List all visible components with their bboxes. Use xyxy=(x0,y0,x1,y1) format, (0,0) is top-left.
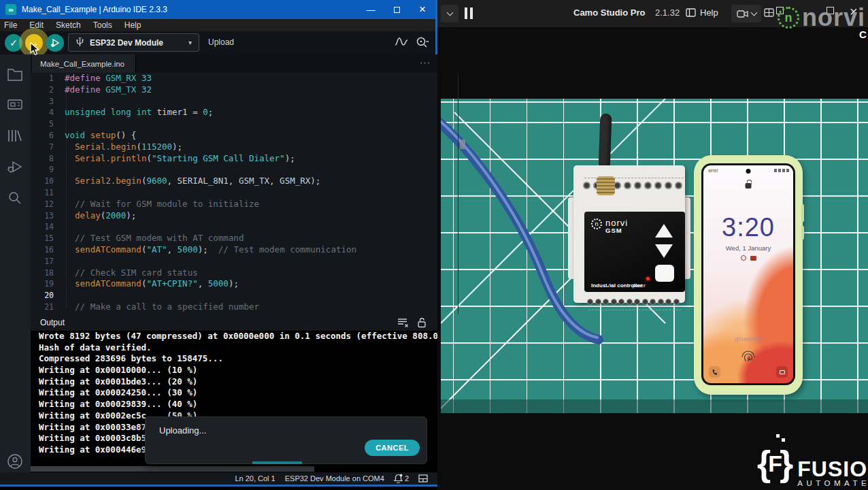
code-line: 10 Serial2.begin(9600, SERIAL_8N1, GSM_T… xyxy=(31,176,437,187)
sidebar-icon xyxy=(686,8,696,17)
verify-button[interactable]: ✓ xyxy=(5,34,22,52)
usb-icon xyxy=(76,37,84,48)
code-line: 12 // Wait for GSM module to initialize xyxy=(31,199,437,210)
toggle-panel-button[interactable] xyxy=(418,474,428,483)
layout-grid-button[interactable] xyxy=(764,8,774,17)
device-up-button xyxy=(655,224,673,238)
arduino-ide-window: ∞ Make_Call_Example | Arduino IDE 2.3.3 … xyxy=(0,0,437,487)
editor-scrollbar-thumb[interactable] xyxy=(460,140,465,149)
norvi-watermark: n norvi xyxy=(778,7,865,29)
output-panel-header: Output xyxy=(31,314,437,331)
norvi-gear-icon: n xyxy=(778,7,799,29)
owner-info: (0714247175) xyxy=(703,337,793,342)
device-norvi-logo: n norvi GSM xyxy=(591,218,628,234)
antenna-sma-connector xyxy=(597,176,615,195)
screen: ∞ Make_Call_Example | Arduino IDE 2.3.3 … xyxy=(0,0,868,490)
serial-plotter-button[interactable] xyxy=(395,36,408,48)
device-label: Industrial controller xyxy=(591,282,642,289)
help-button[interactable]: Help xyxy=(686,7,718,18)
debug-panel-button[interactable] xyxy=(7,159,23,174)
minimize-button[interactable]: — xyxy=(358,0,384,19)
menu-tools[interactable]: Tools xyxy=(93,20,112,30)
pause-button[interactable] xyxy=(465,7,473,19)
bell-icon xyxy=(394,474,403,483)
search-button[interactable] xyxy=(7,191,23,206)
cancel-button[interactable]: CANCEL xyxy=(365,440,420,456)
carrier-label: airtel xyxy=(708,168,718,173)
debug-icon xyxy=(50,38,60,48)
autoscroll-lock-button[interactable] xyxy=(417,317,427,328)
lock-icon xyxy=(746,183,752,189)
device-front-panel: n norvi GSM power Industrial controller xyxy=(584,212,685,292)
account-button[interactable] xyxy=(7,453,23,470)
code-line: 6void setup() { xyxy=(31,130,437,142)
volume-button xyxy=(801,204,804,222)
arduino-titlebar[interactable]: ∞ Make_Call_Example | Arduino IDE 2.3.3 … xyxy=(0,0,435,19)
clear-output-icon xyxy=(397,317,409,327)
gsm-antenna xyxy=(599,114,612,172)
board-selector[interactable]: ESP32 Dev Module ▾ xyxy=(68,33,199,52)
menu-help[interactable]: Help xyxy=(124,20,141,30)
check-icon: ✓ xyxy=(10,37,18,48)
boards-manager-button[interactable] xyxy=(7,97,23,112)
camera-select-button[interactable] xyxy=(731,5,761,22)
account-icon xyxy=(7,453,23,470)
code-lines: 1#define GSM_RX 332#define GSM_TX 3234un… xyxy=(31,73,437,313)
debug-button[interactable] xyxy=(46,34,64,52)
tab-make-call-example[interactable]: Make_Call_Example.ino xyxy=(32,54,136,73)
code-line: 15 // Test GSM modem with AT command xyxy=(31,233,437,244)
norvi-gear-icon: n xyxy=(591,218,602,229)
activity-bar xyxy=(0,54,31,485)
fusion-subtitle: AUTOMATE xyxy=(797,479,868,487)
mat-edge xyxy=(441,399,868,413)
code-editor[interactable]: 1#define GSM_RX 332#define GSM_TX 3234un… xyxy=(31,73,437,314)
code-line: 16 sendATCommand("AT", 5000); // Test mo… xyxy=(31,244,437,256)
board-port-status[interactable]: ESP32 Dev Module on COM4 xyxy=(285,474,384,483)
notifications-button[interactable]: 2 xyxy=(394,474,409,483)
maximize-button[interactable] xyxy=(384,0,410,19)
code-line: 7 Serial.begin(115200); xyxy=(31,142,437,153)
norvi-gsm-device: n norvi GSM power Industrial controller xyxy=(568,153,690,357)
grid-icon xyxy=(764,8,774,17)
smartphone: airtel 3:20 Wed, 1 January (0714247175) xyxy=(694,155,803,395)
fusion-name: FUSION xyxy=(797,459,868,479)
menu-edit[interactable]: Edit xyxy=(29,20,44,30)
menu-sketch[interactable]: Sketch xyxy=(56,20,81,30)
code-line: 11 xyxy=(31,187,437,199)
output-line: Writing at 0x00024250... (30 %) xyxy=(31,387,437,399)
power-led xyxy=(646,277,650,280)
code-line: 13 delay(2000); xyxy=(31,210,437,222)
camo-version: 2.1.32 xyxy=(655,7,680,18)
horizontal-scrollbar[interactable] xyxy=(31,466,437,472)
output-line: Compressed 283696 bytes to 158475... xyxy=(31,353,437,365)
library-manager-button[interactable] xyxy=(7,128,23,143)
status-bar: Ln 20, Col 1 ESP32 Dev Module on COM4 2 xyxy=(0,472,437,485)
camo-dropdown-button[interactable] xyxy=(441,5,458,22)
clear-output-button[interactable] xyxy=(397,317,409,328)
folder-icon xyxy=(7,67,23,82)
sketchbook-button[interactable] xyxy=(7,67,23,82)
phone-clock: 3:20 xyxy=(703,213,793,242)
serial-monitor-button[interactable] xyxy=(415,36,429,48)
video-frame: n norvi GSM power Industrial controller xyxy=(441,99,868,413)
code-line: 14 xyxy=(31,221,437,233)
output-line: Hash of data verified. xyxy=(31,342,437,354)
close-button[interactable]: × xyxy=(410,0,435,19)
arduino-app-icon: ∞ xyxy=(5,4,16,15)
bottom-terminal-row xyxy=(587,299,684,305)
tab-bar: Make_Call_Example.ino ··· xyxy=(31,54,437,73)
phone-date: Wed, 1 January xyxy=(703,244,793,252)
code-line: 3 xyxy=(31,96,437,108)
horizontal-scrollbar-thumb[interactable] xyxy=(31,466,314,472)
uploading-message: Uploading... xyxy=(159,425,206,436)
unlock-icon xyxy=(417,317,427,328)
cursor-position[interactable]: Ln 20, Col 1 xyxy=(235,474,275,483)
camo-app-title: Camo Studio Pro xyxy=(573,7,645,18)
lockscreen-shortcut-icons xyxy=(703,255,793,261)
device-down-button xyxy=(655,244,673,258)
phone-lockscreen: airtel 3:20 Wed, 1 January (0714247175) xyxy=(701,163,795,385)
tab-overflow-button[interactable]: ··· xyxy=(420,57,431,67)
norvi-watermark-text: norvi xyxy=(802,7,865,29)
menu-file[interactable]: File xyxy=(4,20,17,30)
editor-scrollbar-track xyxy=(458,73,458,314)
